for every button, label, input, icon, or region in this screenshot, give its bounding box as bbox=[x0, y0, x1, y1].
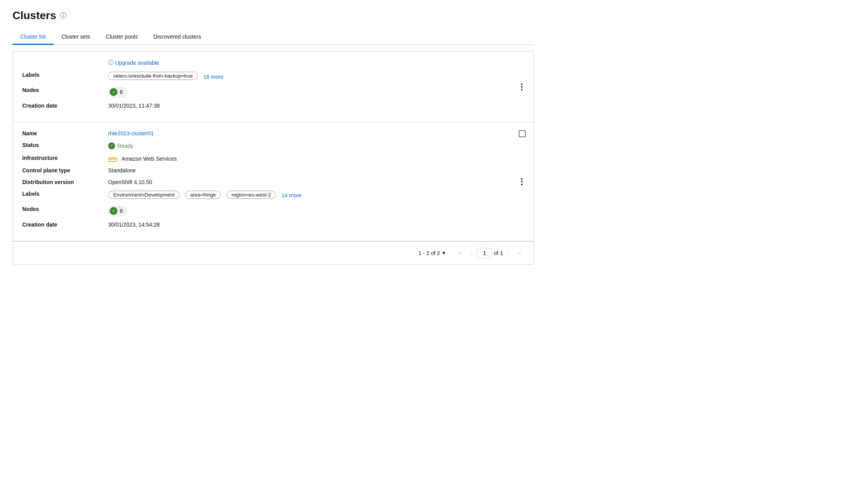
status-check-icon: ✓ bbox=[108, 142, 115, 149]
cluster2-creation-date: 30/01/2023, 14:54:28 bbox=[108, 221, 524, 228]
cluster1-nodes-row: Nodes ✓ 6 bbox=[22, 87, 524, 97]
clusters-container: ⓘ Upgrade available Labels velero.io/exc… bbox=[12, 51, 534, 265]
tab-cluster-list[interactable]: Cluster list bbox=[12, 30, 53, 45]
upgrade-row: ⓘ Upgrade available bbox=[22, 59, 524, 66]
cluster1-labels-label: Labels bbox=[22, 72, 108, 78]
cluster2-dist-version-value: OpenShift 4.10.50 bbox=[108, 179, 524, 185]
help-icon[interactable]: ⓘ bbox=[60, 12, 66, 20]
cluster2-creation-label: Creation date bbox=[22, 221, 108, 228]
cluster1-creation-date: 30/01/2023, 11:47:38 bbox=[108, 103, 524, 109]
tabs-nav: Cluster list Cluster sets Cluster pools … bbox=[12, 30, 534, 45]
cluster2-infra-label: Infrastructure bbox=[22, 155, 108, 161]
pagination-of-label: of 1 bbox=[494, 250, 503, 256]
cluster1-labels-container: velero.io/exclude-from-backup=true 16 mo… bbox=[108, 72, 524, 81]
cluster1-labels-more[interactable]: 16 more bbox=[203, 74, 223, 80]
cluster2-name-label: Name bbox=[22, 130, 108, 136]
pagination-nav: « ‹ of 1 › » bbox=[455, 248, 524, 258]
cluster2-infra-logo: aws Amazon Web Services bbox=[108, 156, 177, 162]
cluster2-nodes-badge: ✓ 6 bbox=[108, 206, 128, 216]
pagination-page-input[interactable] bbox=[477, 248, 492, 258]
nodes-check-icon-2: ✓ bbox=[110, 207, 117, 215]
cluster1-kebab-menu[interactable] bbox=[518, 82, 526, 92]
cluster2-status-badge: ✓ Ready bbox=[108, 142, 133, 149]
label-chip-env: Environment=Development bbox=[108, 191, 180, 199]
cluster-card-2: Name rhte2023-cluster01 Status ✓ Ready I… bbox=[13, 122, 534, 241]
cluster2-nodes-label: Nodes bbox=[22, 206, 108, 212]
cluster2-checkbox[interactable] bbox=[519, 130, 526, 137]
cluster2-labels-label: Labels bbox=[22, 191, 108, 197]
cluster2-status-row: Status ✓ Ready bbox=[22, 142, 524, 149]
cluster2-kebab-menu[interactable] bbox=[518, 177, 526, 187]
pagination-count: 1 - 2 of 2 ▼ bbox=[418, 250, 446, 256]
upgrade-available-link[interactable]: ⓘ Upgrade available bbox=[108, 59, 159, 66]
cluster2-labels-row: Labels Environment=Development area=frin… bbox=[22, 191, 524, 200]
pagination-prev-button[interactable]: ‹ bbox=[467, 248, 475, 258]
cluster2-infra-name: Amazon Web Services bbox=[122, 156, 177, 162]
cluster1-creation-label: Creation date bbox=[22, 103, 108, 109]
pagination-next-button[interactable]: › bbox=[505, 248, 513, 258]
pagination-count-text: 1 - 2 of 2 bbox=[418, 250, 440, 256]
cluster1-nodes-count: 6 bbox=[120, 89, 123, 95]
cluster-card-1: ⓘ Upgrade available Labels velero.io/exc… bbox=[13, 51, 534, 122]
cluster2-infra-row: Infrastructure aws Amazon Web Services bbox=[22, 155, 524, 162]
cluster1-nodes-label: Nodes bbox=[22, 87, 108, 93]
aws-logo-icon: aws bbox=[108, 156, 118, 162]
page-title: Clusters bbox=[12, 9, 56, 22]
label-chip: velero.io/exclude-from-backup=true bbox=[108, 72, 198, 80]
label-chip-area: area=fringe bbox=[185, 191, 221, 199]
cluster2-nodes-row: Nodes ✓ 6 bbox=[22, 206, 524, 216]
page-header: Clusters ⓘ bbox=[12, 9, 534, 22]
info-icon: ⓘ bbox=[108, 59, 114, 66]
cluster2-name-row: Name rhte2023-cluster01 bbox=[22, 130, 524, 136]
pagination-dropdown-icon[interactable]: ▼ bbox=[441, 250, 446, 256]
pagination-bar: 1 - 2 of 2 ▼ « ‹ of 1 › » bbox=[13, 241, 534, 264]
cluster1-labels-row: Labels velero.io/exclude-from-backup=tru… bbox=[22, 72, 524, 81]
cluster2-status-label: Status bbox=[22, 142, 108, 148]
cluster2-labels-container: Environment=Development area=fringe regi… bbox=[108, 191, 524, 200]
cluster2-control-plane-label: Control plane type bbox=[22, 167, 108, 174]
pagination-last-button[interactable]: » bbox=[514, 248, 524, 258]
cluster2-control-plane-row: Control plane type Standalone bbox=[22, 167, 524, 174]
cluster2-name-value[interactable]: rhte2023-cluster01 bbox=[108, 130, 524, 136]
tab-cluster-sets[interactable]: Cluster sets bbox=[53, 30, 98, 45]
cluster1-nodes-badge: ✓ 6 bbox=[108, 87, 128, 97]
cluster2-status-value: Ready bbox=[117, 143, 133, 149]
cluster2-nodes-count: 6 bbox=[120, 208, 123, 214]
cluster2-labels-more[interactable]: 14 more bbox=[281, 192, 301, 198]
cluster1-creation-row: Creation date 30/01/2023, 11:47:38 bbox=[22, 103, 524, 109]
cluster2-creation-row: Creation date 30/01/2023, 14:54:28 bbox=[22, 221, 524, 228]
cluster2-dist-version-row: Distribution version OpenShift 4.10.50 bbox=[22, 179, 524, 185]
label-chip-region: region=eu-west-2 bbox=[226, 191, 276, 199]
tab-cluster-pools[interactable]: Cluster pools bbox=[98, 30, 146, 45]
cluster2-control-plane-value: Standalone bbox=[108, 167, 524, 174]
cluster2-dist-version-label: Distribution version bbox=[22, 179, 108, 185]
nodes-check-icon: ✓ bbox=[110, 88, 117, 96]
pagination-first-button[interactable]: « bbox=[455, 248, 465, 258]
tab-discovered-clusters[interactable]: Discovered clusters bbox=[146, 30, 209, 45]
cluster2-checkbox-area bbox=[519, 130, 526, 137]
